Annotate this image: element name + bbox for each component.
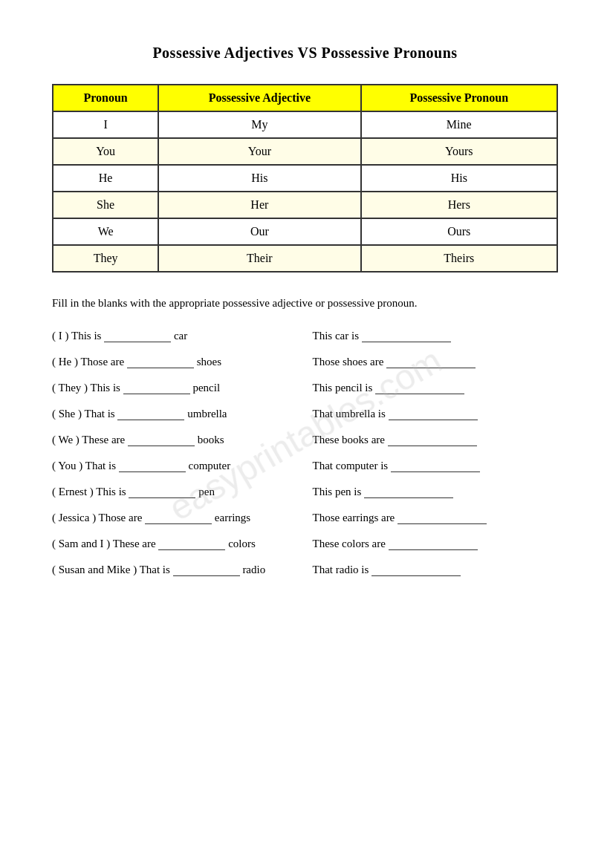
exercise-right: This pen is <box>313 486 559 498</box>
table-cell: They <box>53 245 158 272</box>
blank-line <box>391 461 480 472</box>
blank-line <box>389 409 478 420</box>
exercise-left: ( Ernest ) This is pen <box>52 486 298 498</box>
blank-line <box>398 513 487 524</box>
exercise-right: That umbrella is <box>313 408 559 420</box>
table-cell: I <box>53 111 158 138</box>
exercise-right: That computer is <box>313 460 559 472</box>
exercise-row: ( She ) That is umbrellaThat umbrella is <box>52 408 558 420</box>
exercise-row: ( Jessica ) Those are earringsThose earr… <box>52 512 558 524</box>
table-cell: Hers <box>361 192 557 218</box>
blank-line <box>119 461 186 472</box>
exercise-left: ( Susan and Mike ) That is radio <box>52 564 298 576</box>
blank-line <box>158 539 225 550</box>
table-cell: We <box>53 218 158 245</box>
blank-line <box>173 565 240 576</box>
table-cell: She <box>53 192 158 218</box>
blank-line <box>389 539 478 550</box>
blank-line <box>362 331 451 342</box>
table-cell: He <box>53 165 158 192</box>
exercise-right: That radio is <box>313 564 559 576</box>
blank-line <box>117 409 184 420</box>
blank-line <box>371 565 461 576</box>
table-cell: Ours <box>361 218 557 245</box>
exercise-right: Those shoes are <box>313 356 559 368</box>
table-row: SheHerHers <box>53 192 557 218</box>
exercise-right: This car is <box>313 330 559 342</box>
exercise-row: ( I ) This is carThis car is <box>52 330 558 342</box>
exercise-left: ( Jessica ) Those are earrings <box>52 512 298 524</box>
table-row: WeOurOurs <box>53 218 557 245</box>
exercise-row: ( He ) Those are shoesThose shoes are <box>52 356 558 368</box>
grammar-table: PronounPossessive AdjectivePossessive Pr… <box>52 84 558 273</box>
table-cell: Their <box>158 245 360 272</box>
blank-line <box>386 357 476 368</box>
table-header: Pronoun <box>53 85 158 111</box>
exercise-right: Those earrings are <box>313 512 559 524</box>
exercise-right: These colors are <box>313 538 559 550</box>
table-cell: Theirs <box>361 245 557 272</box>
exercise-left: ( We ) These are books <box>52 434 298 446</box>
table-cell: His <box>158 165 360 192</box>
table-row: IMyMine <box>53 111 557 138</box>
table-cell: Your <box>158 138 360 165</box>
table-header: Possessive Pronoun <box>361 85 557 111</box>
blank-line <box>123 383 190 394</box>
table-row: HeHisHis <box>53 165 557 192</box>
table-row: YouYourYours <box>53 138 557 165</box>
exercise-row: ( We ) These are booksThese books are <box>52 434 558 446</box>
exercise-left: ( You ) That is computer <box>52 460 298 472</box>
exercise-left: ( He ) Those are shoes <box>52 356 298 368</box>
exercises-container: ( I ) This is carThis car is ( He ) Thos… <box>52 330 558 576</box>
blank-line <box>104 331 171 342</box>
exercise-left: ( Sam and I ) These are colors <box>52 538 298 550</box>
blank-line <box>145 513 212 524</box>
exercise-left: ( I ) This is car <box>52 330 298 342</box>
blank-line <box>388 435 477 446</box>
blank-line <box>127 357 194 368</box>
exercise-row: ( They ) This is pencilThis pencil is <box>52 382 558 394</box>
exercise-right: These books are <box>313 434 559 446</box>
table-cell: You <box>53 138 158 165</box>
instructions-text: Fill in the blanks with the appropriate … <box>52 295 558 312</box>
table-cell: Her <box>158 192 360 218</box>
table-header: Possessive Adjective <box>158 85 360 111</box>
exercise-row: ( Sam and I ) These are colorsThese colo… <box>52 538 558 550</box>
exercise-left: ( They ) This is pencil <box>52 382 298 394</box>
exercise-row: ( You ) That is computerThat computer is <box>52 460 558 472</box>
table-cell: Mine <box>361 111 557 138</box>
exercise-right: This pencil is <box>313 382 559 394</box>
exercise-row: ( Ernest ) This is penThis pen is <box>52 486 558 498</box>
page-title: Possessive Adjectives VS Possessive Pron… <box>52 45 558 62</box>
table-cell: Yours <box>361 138 557 165</box>
table-row: TheyTheirTheirs <box>53 245 557 272</box>
table-cell: My <box>158 111 360 138</box>
table-cell: Our <box>158 218 360 245</box>
exercise-row: ( Susan and Mike ) That is radioThat rad… <box>52 564 558 576</box>
blank-line <box>375 383 464 394</box>
blank-line <box>364 487 453 498</box>
exercise-left: ( She ) That is umbrella <box>52 408 298 420</box>
table-cell: His <box>361 165 557 192</box>
blank-line <box>128 435 195 446</box>
blank-line <box>129 487 195 498</box>
